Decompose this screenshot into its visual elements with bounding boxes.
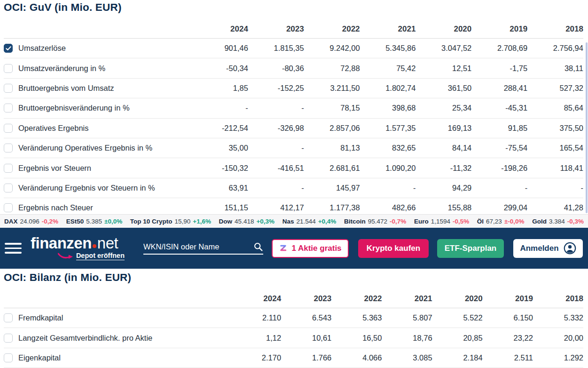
ticker-item-dow[interactable]: Dow45.418+0,3% (219, 218, 274, 225)
value-cell: 94,29 (416, 184, 471, 192)
row-label-cell: Bruttoergebnis vom Umsatz (4, 84, 192, 93)
row-label-cell: Eigenkapital (4, 353, 231, 362)
row-checkbox[interactable] (4, 64, 13, 73)
row-checkbox-checked[interactable] (4, 44, 13, 53)
value-cell: 5.522 (432, 313, 483, 322)
value-cell: 16,50 (331, 334, 382, 343)
finanzen-net-logo[interactable]: finanzennet Depot eröffnen (31, 236, 125, 260)
search-input[interactable] (143, 242, 253, 251)
year-column-header: 2020 (416, 24, 471, 34)
value-cell: 2.708,69 (471, 44, 527, 53)
ticker-item-top-10-crypto[interactable]: Top 10 Crypto15,90+1,6% (130, 218, 211, 225)
value-cell: -50,34 (192, 64, 248, 73)
value-cell: 155,88 (416, 203, 471, 212)
ticker-item-gold[interactable]: Gold3.384-0,3% (532, 218, 584, 225)
search-icon[interactable] (253, 242, 263, 252)
row-label-cell: Fremdkapital (4, 313, 231, 322)
value-cell: 72,88 (304, 64, 360, 73)
row-checkbox[interactable] (4, 313, 13, 322)
value-cell: 2.170 (231, 353, 281, 362)
row-label: Veränderung Operatives Ergebnis in % (18, 144, 152, 152)
value-cell: 5.332 (533, 313, 583, 322)
value-cell: -212,54 (192, 124, 248, 133)
year-column-header: 2024 (192, 24, 248, 34)
free-share-button[interactable]: 1 Aktie gratis (272, 239, 349, 258)
bilanz-section: OCI: Bilanz (in Mio. EUR) 20242023202220… (0, 269, 588, 368)
value-cell: 398,68 (360, 104, 416, 112)
row-checkbox[interactable] (4, 203, 13, 212)
login-button[interactable]: Anmelden (513, 239, 583, 258)
ticker-item-bitcoin[interactable]: Bitcoin95.472-0,7% (344, 218, 406, 225)
row-checkbox[interactable] (4, 144, 13, 152)
ticker-item-dax[interactable]: DAX24.096-0,2% (4, 218, 58, 225)
row-label-cell: Bruttoergebnisveränderung in % (4, 104, 192, 112)
value-cell: 1.577,35 (360, 124, 416, 133)
table-header-row: 2024202320222021202020192018 (4, 14, 583, 39)
value-cell: 165,54 (527, 144, 583, 152)
ticker-value: 21.544 (296, 218, 315, 225)
year-column-header: 2018 (533, 294, 583, 304)
ticker-item-nas[interactable]: Nas21.544+0,4% (282, 218, 337, 225)
row-checkbox[interactable] (4, 84, 13, 93)
table-row: Umsatzveränderung in %-50,34-80,3672,887… (4, 58, 583, 78)
row-label: Veränderung Ergebnis vor Steuern in % (18, 184, 155, 192)
row-label: Bruttoergebnis vom Umsatz (18, 84, 114, 93)
value-cell: -45,31 (471, 104, 527, 112)
value-cell: 4.066 (331, 353, 382, 362)
main-nav: finanzennet Depot eröffnen (0, 228, 588, 269)
value-cell: 91,85 (471, 124, 527, 133)
ticker-change: +0,4% (318, 218, 337, 225)
logo-wordmark: finanzennet (31, 236, 125, 250)
row-checkbox[interactable] (4, 353, 13, 362)
ticker-item-öl[interactable]: Öl67,23±-0,0% (477, 218, 525, 225)
guv-title: OCI: GuV (in Mio. EUR) (4, 1, 583, 14)
ticker-label: DAX (4, 218, 18, 225)
value-cell: -11,32 (416, 164, 471, 173)
ticker-item-euro[interactable]: Euro1,1594-0,5% (414, 218, 469, 225)
ticker-value: 1,1594 (431, 218, 450, 225)
row-checkbox[interactable] (4, 184, 13, 192)
value-cell: 2.681,61 (304, 164, 360, 173)
ticker-value: 3.384 (549, 218, 565, 225)
row-checkbox[interactable] (4, 164, 13, 173)
row-checkbox[interactable] (4, 334, 13, 343)
value-cell: 1.292 (533, 353, 583, 362)
row-label: Bruttoergebnisveränderung in % (18, 104, 130, 112)
table-row: Operatives Ergebnis-212,54-326,982.857,0… (4, 119, 583, 138)
buy-crypto-button[interactable]: Krypto kaufen (358, 239, 429, 258)
row-label: Umsatzerlöse (18, 44, 66, 53)
value-cell: 1,12 (231, 334, 281, 343)
etf-savings-plan-button[interactable]: ETF-Sparplan (437, 239, 504, 258)
value-cell: - (248, 144, 304, 152)
ticker-value: 5.385 (86, 218, 102, 225)
value-cell: -416,51 (248, 164, 304, 173)
table-header-row: 2024202320222021202020192018 (4, 284, 583, 308)
value-cell: 38,11 (527, 64, 583, 73)
row-label-cell: Veränderung Operatives Ergebnis in % (4, 144, 192, 152)
ticker-value: 24.096 (20, 218, 39, 225)
ticker-item-est50[interactable]: ESt505.385±0,0% (66, 218, 123, 225)
value-cell: 375,50 (527, 124, 583, 133)
year-column-header: 2018 (527, 24, 583, 34)
year-column-header: 2019 (471, 24, 527, 34)
row-label: Langzeit Gesamtverbindlichk. pro Aktie (18, 334, 152, 343)
table-row: Eigenkapital2.1701.7664.0663.0852.1842.5… (4, 348, 583, 368)
value-cell: 35,00 (192, 144, 248, 152)
table-scrollbar[interactable] (586, 42, 588, 213)
row-checkbox[interactable] (4, 104, 13, 112)
year-column-header: 2019 (483, 294, 533, 304)
value-cell: 5.363 (331, 313, 382, 322)
ticker-value: 95.472 (368, 218, 387, 225)
value-cell: 901,46 (192, 44, 248, 53)
year-column-header: 2021 (360, 24, 416, 34)
hamburger-menu-icon[interactable] (5, 243, 22, 254)
row-label-cell: Langzeit Gesamtverbindlichk. pro Aktie (4, 334, 231, 343)
row-label: Ergebnis vor Steuern (18, 164, 91, 173)
ticker-value: 67,23 (486, 218, 502, 225)
depot-tagline[interactable]: Depot eröffnen (31, 252, 125, 260)
row-checkbox[interactable] (4, 124, 13, 133)
value-cell: 145,97 (304, 184, 360, 192)
value-cell: 85,64 (527, 104, 583, 112)
row-label-cell: Umsatzveränderung in % (4, 64, 192, 73)
value-cell: -326,98 (248, 124, 304, 133)
